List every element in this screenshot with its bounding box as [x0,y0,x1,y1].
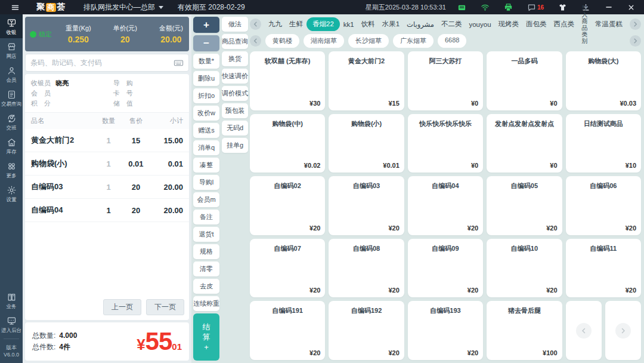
subtabs-scroll-left-icon[interactable] [250,35,261,47]
function-button[interactable]: 赠送s [193,123,219,138]
category-tab[interactable]: 饮料 [358,18,379,30]
cart-row[interactable]: 自编码03 1 20 20.00 [25,176,189,199]
product-card[interactable]: 自编码02 ¥20 [250,176,325,235]
function-button[interactable]: 消单q [193,140,219,155]
product-price: ¥20 [546,224,557,232]
product-card[interactable]: 自编码07 ¥20 [250,239,325,298]
store-selector[interactable]: 排队网批发中心—总部 [83,2,163,13]
category-tab[interactable]: kk1 [340,19,358,30]
function-button[interactable]: 预包装 [222,103,248,118]
category-tab[interactable]: 面包类 [522,18,550,30]
subcategory-tab[interactable]: 长沙烟草 [348,34,389,48]
product-card[interactable]: 自编码06 ¥20 [566,176,641,235]
subcategory-tab[interactable]: 湖南烟草 [304,34,344,48]
product-card[interactable]: 自编码09 ¥20 [408,239,483,298]
cart-row[interactable]: 自编码04 1 20 20.00 [25,199,189,222]
product-card[interactable]: 购物袋(中) ¥0.02 [250,114,325,173]
subcategory-tab[interactable]: 6688 [438,34,466,48]
function-button[interactable]: 规格 [193,244,219,259]
function-button[interactable]: + [193,17,219,33]
product-card[interactable]: 猪去骨后腿 ¥100 [487,301,562,360]
product-card[interactable]: 阿三大苏打 ¥0 [408,51,483,110]
function-button[interactable]: 挂单g [222,138,248,153]
category-tab[interactable]: 水果1 [379,18,403,30]
hamburger-menu-icon[interactable] [11,3,20,12]
product-card[interactable]: 自编码193 ¥20 [408,301,483,360]
product-card[interactable]: 自编码04 ¥20 [408,176,483,235]
keyboard-icon[interactable] [174,58,184,68]
cart-row[interactable]: 购物袋(小) 1 0.01 0.01 [25,152,189,176]
category-tab[interactable]: مشروبات [403,19,438,30]
sidebar-item[interactable]: 收银 [0,14,23,38]
function-button[interactable]: 连续称重 [193,296,219,311]
barcode-input[interactable] [30,59,174,67]
function-button[interactable]: 去皮 [193,279,219,294]
sidebar-item[interactable]: 会员 [0,62,23,86]
sidebar-item[interactable]: 库存 [0,134,23,158]
prev-page-button[interactable]: 上一页 [103,299,141,315]
checkout-button[interactable]: 结 算 + [193,313,219,361]
function-button[interactable]: 折扣o [193,88,219,103]
function-button[interactable]: 删除u [193,71,219,86]
product-card[interactable]: 自编码10 ¥20 [487,239,562,298]
product-card[interactable]: 一品多码 ¥0 [487,51,562,110]
category-tab[interactable]: 香烟22 [306,17,340,31]
product-card[interactable]: 购物袋(大) ¥0.03 [566,51,641,110]
tabs-scroll-left-icon[interactable] [250,19,261,30]
product-card[interactable]: 自编码11 ¥20 [566,239,641,298]
subcategory-tab[interactable]: 黄鹤楼 [265,34,299,48]
sale-card: 收银员 晓亮 导 购 会 员 [25,74,189,320]
product-card[interactable]: 软双囍 (无库存) ¥30 [250,51,325,110]
grid-next-card[interactable] [605,301,641,360]
product-card[interactable]: 黄金大前门2 ¥15 [329,51,404,110]
sidebar-item[interactable]: 交易查询 [0,86,23,110]
sidebar-item[interactable]: 设置 [0,182,23,205]
sale-panel: 稳定 重量(Kg) 0.250 单价(元) 20 金额(元) [23,14,191,363]
function-button[interactable]: 做法 [222,17,248,32]
category-tab[interactable]: 生鲜 [286,18,306,30]
product-card[interactable]: 日结测试商品 ¥10 [566,114,641,173]
function-button[interactable]: 备注 [193,210,219,224]
function-button[interactable]: 改价w [193,106,219,121]
sidebar-item[interactable]: 更多 [0,158,23,182]
cart-row[interactable]: 黄金大前门2 1 15 15.00 [25,129,189,152]
category-tab[interactable]: 西点类 [550,18,578,30]
function-button[interactable]: 换货 [222,51,248,66]
product-card[interactable]: 自编码08 ¥20 [329,239,404,298]
close-icon[interactable] [624,4,638,11]
product-card[interactable]: 自编码191 ¥20 [250,301,325,360]
function-button[interactable]: 会员m [193,192,219,207]
function-button[interactable]: 退货t [193,227,219,242]
category-tab[interactable]: 现烤类 [495,18,523,30]
function-button[interactable]: 清零 [193,262,219,276]
sidebar-item[interactable]: 进入后台 [0,312,23,336]
category-tab[interactable]: youyou [465,19,494,30]
sidebar-item[interactable]: 交班 [0,110,23,134]
tabs-scroll-right-icon[interactable] [630,19,641,30]
totals-bar: 总数量:4.000 总件数:4件 ¥ 55 01 [25,322,189,361]
product-card[interactable]: 发射点发射点发射点 ¥0 [487,114,562,173]
next-page-button[interactable]: 下一页 [146,299,184,315]
subtabs-scroll-right-icon[interactable] [630,35,641,47]
function-button[interactable]: 快速调价 [222,69,248,84]
sidebar-item[interactable]: 业务 [0,288,23,312]
function-button[interactable]: 无码d [222,121,248,136]
function-button[interactable]: 数量* [193,54,219,69]
product-card[interactable]: 自编码05 ¥20 [487,176,562,235]
category-tab[interactable]: 不二类 [438,18,466,30]
function-button[interactable]: 导购l [193,175,219,190]
subcategory-tab[interactable]: 广东烟草 [393,34,434,48]
function-button[interactable]: 商品查询 [222,34,248,49]
grid-prev-card[interactable] [566,301,602,360]
product-name: 自编码08 [329,239,404,253]
function-button[interactable]: 凑整 [193,158,219,173]
product-card[interactable]: 快乐快乐快乐快乐 ¥0 [408,114,483,173]
function-button[interactable]: − [193,35,219,51]
sidebar-item[interactable]: 网店 [0,38,23,62]
product-card[interactable]: 自编码03 ¥20 [329,176,404,235]
category-tab[interactable]: 九九 [265,18,286,30]
product-card[interactable]: 购物袋(小) ¥0.01 [329,114,404,173]
category-tab[interactable]: 常温蛋糕 [592,18,626,30]
product-card[interactable]: 自编码192 ¥20 [329,301,404,360]
function-button[interactable]: 调价模式 [222,86,248,101]
